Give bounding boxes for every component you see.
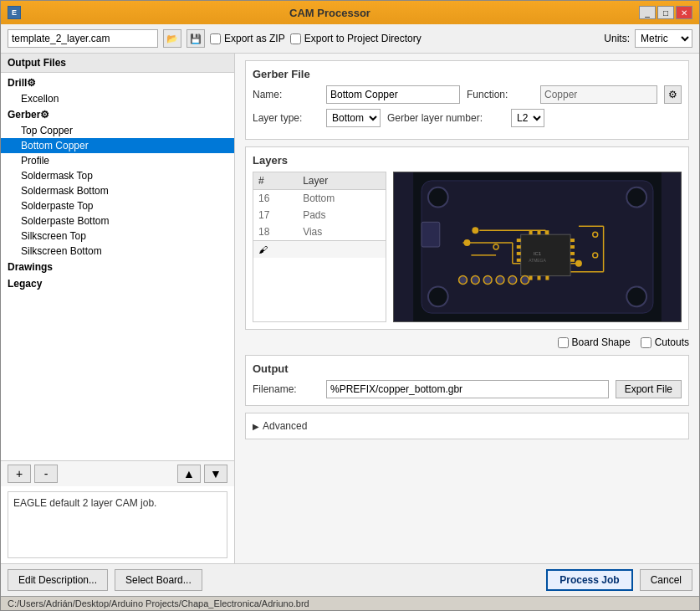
maximize-button[interactable]: □ xyxy=(657,6,674,19)
layer-num-cell: 18 xyxy=(253,223,298,240)
left-panel: Output Files Drill ⚙ Excellon Gerber ⚙ T… xyxy=(1,54,235,563)
save-cam-file-button[interactable]: 💾 xyxy=(186,29,205,48)
cutouts-checkbox[interactable] xyxy=(641,337,651,348)
minimize-button[interactable]: _ xyxy=(639,6,656,19)
tree-soldermask-top[interactable]: Soldermask Top xyxy=(1,168,234,183)
svg-point-45 xyxy=(593,253,598,258)
layers-table-footer: 🖌 xyxy=(253,240,386,258)
tree-container: Drill ⚙ Excellon Gerber ⚙ Top Copper Bot… xyxy=(1,73,234,460)
tree-solderpaste-bottom[interactable]: Solderpaste Bottom xyxy=(1,213,234,228)
svg-point-43 xyxy=(493,244,498,249)
svg-rect-30 xyxy=(538,276,541,280)
bottom-left-buttons: Edit Description... Select Board... xyxy=(8,569,202,591)
gerber-layer-number-select[interactable]: L2 L1 L3 L4 xyxy=(511,109,544,127)
tree-gerber-header[interactable]: Gerber ⚙ xyxy=(1,106,234,123)
layers-footer-button[interactable]: 🖌 xyxy=(258,244,268,254)
units-select[interactable]: Metric Imperial xyxy=(635,29,692,48)
svg-rect-17 xyxy=(521,234,570,275)
svg-point-3 xyxy=(626,187,646,208)
table-row: 17Pads xyxy=(253,207,386,223)
gerber-file-title: Gerber File xyxy=(253,68,682,80)
window-controls: _ □ ✕ xyxy=(639,6,692,19)
tree-silkscreen-top[interactable]: Silkscreen Top xyxy=(1,228,234,244)
tree-excellon[interactable]: Excellon xyxy=(1,91,234,106)
status-bar: C:/Users/Adrián/Desktop/Arduino Projects… xyxy=(1,596,699,610)
table-row: 16Bottom xyxy=(253,190,386,208)
add-item-button[interactable]: + xyxy=(8,465,31,483)
layer-num-cell: 16 xyxy=(253,190,298,208)
advanced-label: Advanced xyxy=(263,420,307,432)
tree-soldermask-bottom[interactable]: Soldermask Bottom xyxy=(1,183,234,198)
svg-rect-27 xyxy=(538,230,541,234)
svg-point-38 xyxy=(471,276,479,285)
layer-type-select[interactable]: Bottom Top Inner xyxy=(326,109,381,127)
cam-file-input[interactable] xyxy=(8,29,158,48)
svg-rect-24 xyxy=(570,252,575,255)
app-icon: E xyxy=(8,6,21,19)
tree-panel-buttons: + - ▲ ▼ xyxy=(1,460,234,486)
layers-title: Layers xyxy=(253,154,682,167)
status-path: C:/Users/Adrián/Desktop/Arduino Projects… xyxy=(8,598,309,608)
svg-point-44 xyxy=(593,232,598,237)
bottom-bar: Edit Description... Select Board... Proc… xyxy=(1,563,699,596)
filename-input[interactable] xyxy=(326,380,609,398)
svg-point-40 xyxy=(496,276,504,285)
tree-drill-header[interactable]: Drill ⚙ xyxy=(1,74,234,91)
units-label: Units: xyxy=(604,33,630,44)
function-gear-button[interactable]: ⚙ xyxy=(664,85,682,104)
svg-point-2 xyxy=(428,187,448,208)
board-shape-group: Board Shape xyxy=(558,336,631,348)
select-board-button[interactable]: Select Board... xyxy=(115,569,202,591)
tree-bottom-copper[interactable]: Bottom Copper xyxy=(1,138,234,153)
tree-solderpaste-top[interactable]: Solderpaste Top xyxy=(1,198,234,213)
svg-rect-25 xyxy=(570,259,575,262)
svg-rect-20 xyxy=(517,252,521,255)
drawings-label: Drawings xyxy=(8,261,53,273)
svg-point-42 xyxy=(521,276,529,285)
gerber-file-section: Gerber File Name: Function: ⚙ Layer type… xyxy=(245,60,689,140)
tree-silkscreen-bottom[interactable]: Silkscreen Bottom xyxy=(1,244,234,259)
svg-point-37 xyxy=(459,276,468,285)
layer-name-cell: Bottom xyxy=(298,190,386,208)
layers-section: Layers # Layer 16Bottom17Pads18Vias xyxy=(245,146,689,330)
tree-drawings-header[interactable]: Drawings xyxy=(1,259,234,275)
svg-rect-21 xyxy=(517,259,521,262)
layers-content: # Layer 16Bottom17Pads18Vias 🖌 xyxy=(253,172,682,322)
svg-rect-22 xyxy=(570,239,575,242)
svg-rect-26 xyxy=(529,230,533,234)
move-up-button[interactable]: ▲ xyxy=(177,465,201,483)
col-layer: Layer xyxy=(298,172,386,190)
layers-table-container: # Layer 16Bottom17Pads18Vias 🖌 xyxy=(253,172,386,322)
advanced-toggle[interactable]: ▶ Advanced xyxy=(253,420,682,432)
export-project-checkbox[interactable] xyxy=(290,33,301,44)
svg-rect-31 xyxy=(545,276,549,280)
advanced-arrow-icon: ▶ xyxy=(253,422,259,431)
bottom-right-buttons: Process Job Cancel xyxy=(546,569,692,591)
process-job-button[interactable]: Process Job xyxy=(546,569,632,591)
tree-profile[interactable]: Profile xyxy=(1,153,234,168)
advanced-section: ▶ Advanced xyxy=(245,413,689,439)
edit-description-button[interactable]: Edit Description... xyxy=(8,569,108,591)
drill-gear-icon[interactable]: ⚙ xyxy=(27,77,36,89)
name-input[interactable] xyxy=(326,85,460,104)
svg-point-35 xyxy=(472,227,478,234)
svg-text:ATMEGA: ATMEGA xyxy=(529,259,546,263)
close-button[interactable]: ✕ xyxy=(676,6,692,19)
tree-top-copper[interactable]: Top Copper xyxy=(1,123,234,138)
remove-item-button[interactable]: - xyxy=(34,465,58,483)
cancel-button[interactable]: Cancel xyxy=(640,569,692,591)
tree-legacy-header[interactable]: Legacy xyxy=(1,275,234,292)
layer-num-cell: 17 xyxy=(253,207,298,223)
export-file-button[interactable]: Export File xyxy=(616,380,682,398)
toolbar: 📂 💾 Export as ZIP Export to Project Dire… xyxy=(1,24,699,54)
gerber-gear-icon[interactable]: ⚙ xyxy=(40,109,49,121)
open-cam-file-button[interactable]: 📂 xyxy=(163,29,181,48)
output-section: Output Filename: Export File xyxy=(245,355,689,406)
layer-type-row: Layer type: Bottom Top Inner Gerber laye… xyxy=(253,109,682,127)
svg-point-34 xyxy=(463,239,470,246)
board-options-row: Board Shape Cutouts xyxy=(245,336,689,348)
export-zip-checkbox[interactable] xyxy=(210,33,221,44)
description-area: EAGLE default 2 layer CAM job. xyxy=(8,491,227,558)
board-shape-checkbox[interactable] xyxy=(558,337,569,348)
move-down-button[interactable]: ▼ xyxy=(204,465,227,483)
